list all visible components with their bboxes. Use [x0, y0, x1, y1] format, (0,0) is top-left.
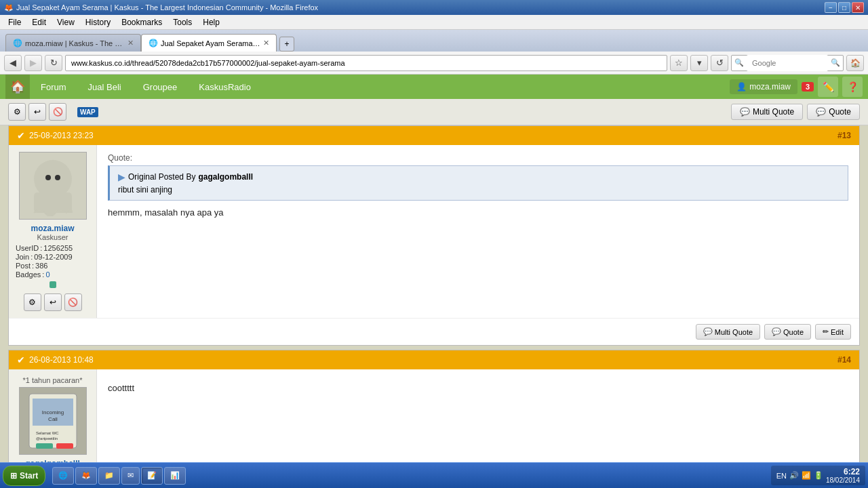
multiquote-icon: 💬 — [703, 327, 713, 336]
toolbar-btn-2[interactable]: ↩ — [28, 103, 46, 121]
reload-button[interactable]: ↺ — [711, 55, 728, 71]
post-13-info: UserID : 1256255 Join : 09-12-2009 Post … — [16, 244, 90, 279]
post-14-header: ✔ 26-08-2013 10:48 #14 — [9, 350, 859, 369]
post-13-username[interactable]: moza.miaw — [31, 224, 74, 233]
post-13-quote-btn[interactable]: 💬 Quote — [764, 324, 811, 340]
taskbar-app5[interactable]: 📊 — [164, 467, 186, 485]
search-input[interactable] — [747, 55, 828, 71]
wap-link[interactable]: WAP — [77, 107, 98, 117]
ie-icon: 🌐 — [58, 471, 68, 480]
tab-1[interactable]: 🌐 moza.miaw | Kaskus - The Largest Ind..… — [5, 34, 141, 52]
post-13-date: 25-08-2013 23:23 — [29, 131, 94, 140]
svg-text:Incoming: Incoming — [41, 409, 63, 415]
minimize-button[interactable]: − — [825, 2, 837, 13]
menu-bar: File Edit View History Bookmarks Tools H… — [0, 15, 868, 30]
nav-kaskusradio[interactable]: KaskusRadio — [188, 75, 262, 99]
start-button[interactable]: ⊞ Start — [3, 466, 45, 486]
multi-quote-button[interactable]: 💬 Multi Quote — [731, 104, 803, 120]
taskbar-email[interactable]: ✉ — [121, 467, 140, 485]
edit-icon-button[interactable]: ✏️ — [818, 77, 838, 97]
post-13-user-panel: moza.miaw Kaskuser UserID : 1256255 Join… — [9, 145, 97, 318]
post-13-multiquote-btn[interactable]: 💬 Multi Quote — [696, 324, 760, 340]
tab-bar: 🌐 moza.miaw | Kaskus - The Largest Ind..… — [0, 30, 868, 52]
badges-label: Badges — [16, 270, 41, 279]
user-btn-report[interactable]: 🚫 — [64, 293, 82, 311]
post-check-icon: ✔ — [17, 130, 25, 141]
taskbar-firefox[interactable]: 🦊 — [75, 467, 97, 485]
menu-bookmarks[interactable]: Bookmarks — [116, 16, 167, 28]
quote-button[interactable]: 💬 Quote — [807, 104, 860, 120]
original-posted-by: Original Posted By — [128, 172, 195, 182]
search-submit-button[interactable]: 🔍 — [828, 58, 843, 67]
avatar-img — [20, 152, 86, 219]
user-btn-2[interactable]: ↩ — [44, 293, 62, 311]
email-icon: ✉ — [127, 471, 134, 480]
taskbar-ie[interactable]: 🌐 — [52, 467, 74, 485]
nav-groupee[interactable]: Groupee — [132, 75, 189, 99]
quote-arrow-icon: ▶ — [118, 171, 125, 182]
bookmark-star[interactable]: ☆ — [670, 55, 688, 71]
close-button[interactable]: ✕ — [852, 2, 864, 13]
forward-button[interactable]: ▶ — [24, 55, 42, 71]
home-button[interactable]: 🏠 — [846, 55, 864, 71]
user-avatar-small: 👤 — [736, 82, 747, 92]
quote-header: ▶ Original Posted By gagalgomballl — [118, 171, 840, 182]
maximize-button[interactable]: □ — [838, 2, 850, 13]
help-icon-button[interactable]: ❓ — [842, 77, 863, 97]
toolbar-btn-report[interactable]: 🚫 — [49, 103, 66, 121]
post-13-role: Kaskuser — [16, 233, 90, 241]
nav-right: 👤 moza.miaw 3 ✏️ ❓ — [730, 77, 863, 97]
bookmark-down[interactable]: ▾ — [690, 55, 708, 71]
kaskus-home-button[interactable]: 🏠 — [5, 75, 30, 99]
menu-history[interactable]: History — [80, 16, 116, 28]
toolbar-btn-1[interactable]: ⚙ — [8, 103, 26, 121]
svg-point-2 — [55, 175, 60, 180]
online-indicator — [50, 281, 56, 288]
firefox-taskbar-icon: 🦊 — [81, 471, 91, 480]
menu-view[interactable]: View — [52, 16, 80, 28]
menu-edit[interactable]: Edit — [26, 16, 52, 28]
nav-forum[interactable]: Forum — [30, 75, 77, 99]
userid-label: UserID — [16, 244, 39, 252]
svg-text:@artpeetilin: @artpeetilin — [36, 436, 58, 441]
post-14-date: 26-08-2013 10:48 — [29, 355, 94, 365]
wap-badge: WAP — [77, 107, 98, 117]
menu-file[interactable]: File — [3, 16, 26, 28]
join-value: 09-12-2009 — [34, 253, 72, 261]
taskbar-word[interactable]: 📝 — [141, 467, 163, 485]
menu-tools[interactable]: Tools — [167, 16, 197, 28]
refresh-button[interactable]: ↻ — [45, 55, 62, 71]
nav-jual-beli[interactable]: Jual Beli — [77, 75, 132, 99]
post-13-edit-btn[interactable]: ✏ Edit — [815, 324, 851, 340]
post-14-check-icon: ✔ — [17, 354, 25, 365]
new-tab-button[interactable]: + — [279, 37, 294, 52]
post-13-header: ✔ 25-08-2013 23:23 #13 — [9, 126, 859, 145]
notification-badge[interactable]: 3 — [802, 82, 814, 92]
network-icon: 📶 — [802, 471, 811, 480]
post-13: ✔ 25-08-2013 23:23 #13 — [8, 125, 860, 346]
main-content: ✔ 25-08-2013 23:23 #13 — [0, 125, 868, 485]
address-input[interactable] — [65, 55, 667, 71]
title-bar-title: 🦊 Jual Sepaket Ayam Serama | Kaskus - Th… — [4, 3, 318, 12]
user-action-btns: ⚙ ↩ 🚫 — [16, 293, 90, 311]
back-button[interactable]: ◀ — [4, 55, 22, 71]
tab-1-close[interactable]: ✕ — [127, 39, 134, 47]
tab-2[interactable]: 🌐 Jual Sepaket Ayam Serama | Kaskus - ..… — [141, 34, 277, 52]
lang-indicator: EN — [776, 472, 787, 480]
window-controls: − □ ✕ — [825, 2, 864, 13]
post-14-header-left: ✔ 26-08-2013 10:48 — [17, 354, 94, 365]
tab-2-close[interactable]: ✕ — [263, 39, 269, 47]
post-toolbar: ⚙ ↩ 🚫 WAP 💬 Multi Quote 💬 Quote — [0, 99, 868, 125]
user-menu[interactable]: 👤 moza.miaw — [730, 79, 797, 94]
taskbar: ⊞ Start 🌐 🦊 📁 ✉ 📝 📊 EN 🔊 📶 🔋 6:22 18/02/… — [0, 462, 868, 488]
taskbar-folder[interactable]: 📁 — [98, 467, 120, 485]
kaskus-navbar: 🏠 Forum Jual Beli Groupee KaskusRadio 👤 … — [0, 75, 868, 99]
toolbar-left: ⚙ ↩ 🚫 WAP — [8, 103, 98, 121]
user-btn-1[interactable]: ⚙ — [24, 293, 41, 311]
edit-icon: ✏ — [823, 327, 829, 336]
tab-1-label: moza.miaw | Kaskus - The Largest Ind... — [25, 39, 125, 47]
quote-icon-2: 💬 — [816, 107, 826, 117]
svg-text:Call: Call — [48, 416, 58, 422]
folder-icon: 📁 — [104, 471, 114, 480]
menu-help[interactable]: Help — [197, 16, 225, 28]
